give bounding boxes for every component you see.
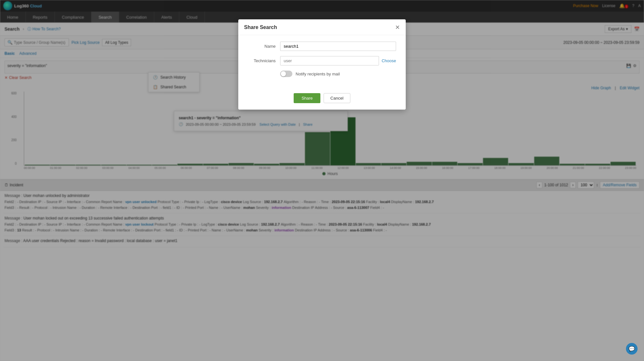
modal-body: Name Technicians Choose Notify recipient… [238,35,406,89]
technicians-input[interactable] [280,56,379,65]
technicians-field-row: Technicians Choose [248,56,396,65]
chat-icon[interactable]: 💬 [626,343,638,355]
name-label: Name [248,44,280,49]
choose-link[interactable]: Choose [382,58,396,63]
modal-title: Share Search [244,24,277,30]
share-button[interactable]: Share [294,93,320,103]
cancel-button[interactable]: Cancel [324,93,350,103]
modal-footer: Share Cancel [238,89,406,110]
name-field-row: Name [248,42,396,51]
technicians-label: Technicians [248,58,280,63]
notify-label: Notify recipients by mail [296,72,340,76]
notify-row: Notify recipients by mail [280,71,396,77]
share-search-modal: Share Search ✕ Name Technicians Choose N… [238,19,406,110]
modal-close-button[interactable]: ✕ [395,24,400,31]
toggle-knob [281,71,286,76]
modal-header: Share Search ✕ [238,19,406,35]
modal-overlay: Share Search ✕ Name Technicians Choose N… [0,0,644,361]
notify-toggle[interactable] [280,71,292,77]
name-input[interactable] [280,42,396,51]
